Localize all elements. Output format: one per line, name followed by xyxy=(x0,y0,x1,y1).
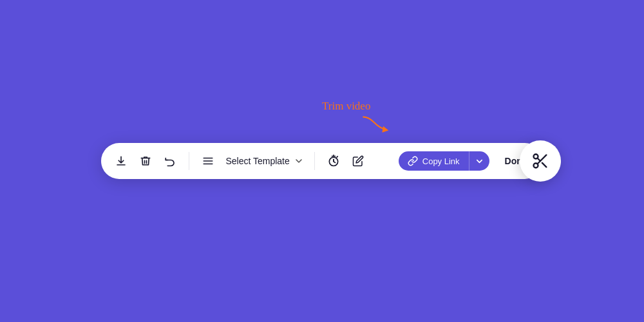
tooltip-text: Trim video xyxy=(322,100,370,113)
delete-button[interactable] xyxy=(138,154,153,168)
menu-button[interactable] xyxy=(201,154,215,168)
select-template-label: Select Template xyxy=(225,156,289,166)
download-button[interactable] xyxy=(114,154,128,168)
divider-2 xyxy=(314,152,315,170)
copy-link-chevron-icon xyxy=(476,158,483,165)
chevron-down-icon xyxy=(295,157,303,165)
undo-button[interactable] xyxy=(163,154,177,168)
edit-button[interactable] xyxy=(351,154,365,168)
copy-link-label: Copy Link xyxy=(422,156,460,166)
tooltip-area: Trim video xyxy=(322,100,393,133)
svg-line-6 xyxy=(337,156,337,157)
select-template-dropdown[interactable]: Select Template xyxy=(225,156,302,166)
add-timer-button[interactable] xyxy=(327,154,341,168)
svg-line-11 xyxy=(542,163,545,167)
divider-1 xyxy=(189,152,189,170)
toolbar-wrapper: Select Template xyxy=(101,143,542,179)
arrow-icon xyxy=(361,114,393,133)
svg-marker-0 xyxy=(382,126,388,133)
tooltip-arrow xyxy=(361,114,393,133)
copy-link-main[interactable]: Copy Link xyxy=(399,151,469,171)
scissors-icon xyxy=(531,152,549,170)
svg-line-12 xyxy=(537,158,540,161)
link-icon xyxy=(408,156,418,166)
trim-video-button[interactable] xyxy=(520,140,561,182)
copy-link-button[interactable]: Copy Link xyxy=(399,151,489,171)
toolbar: Select Template xyxy=(101,143,542,179)
copy-link-chevron[interactable] xyxy=(469,153,489,169)
